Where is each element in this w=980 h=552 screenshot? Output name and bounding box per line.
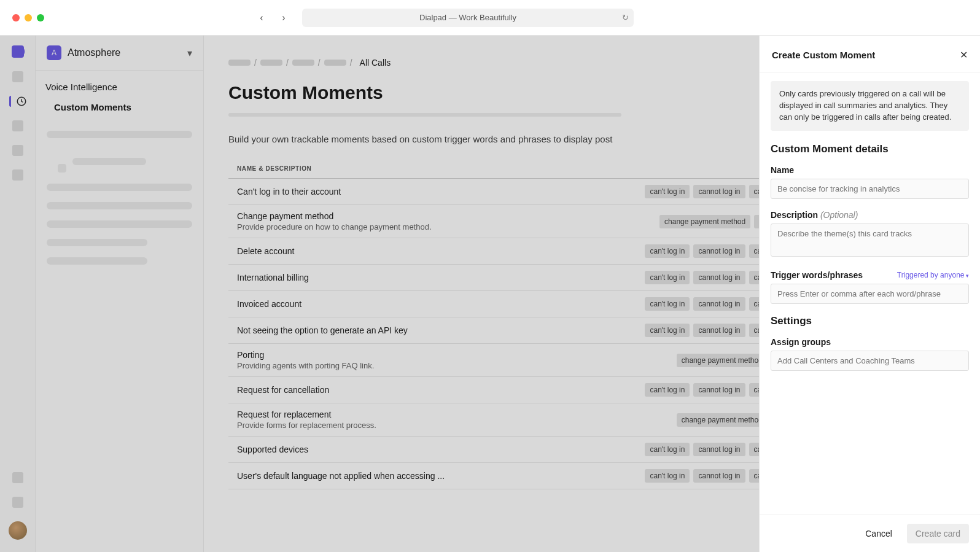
description-label: Description (Optional) <box>771 210 969 220</box>
breadcrumb-current[interactable]: All Calls <box>360 58 391 68</box>
sidebar-section-voice-intelligence[interactable]: Voice Intelligence <box>36 71 203 95</box>
minimize-window-icon[interactable] <box>25 14 32 21</box>
sidebar-placeholder <box>47 202 192 209</box>
traffic-lights <box>12 14 44 21</box>
sidebar-placeholder <box>72 158 146 165</box>
rail-item-5[interactable] <box>12 169 23 181</box>
trigger-tag: cannot log in <box>693 383 745 397</box>
breadcrumb-placeholder <box>228 60 251 66</box>
rail-item-settings[interactable] <box>12 472 23 483</box>
row-name: Request for replacement <box>237 410 521 419</box>
sidebar-placeholder <box>47 239 147 246</box>
row-description: Providing agents with porting FAQ link. <box>237 361 521 370</box>
row-name: Request for cancellation <box>237 385 521 395</box>
nav-back-button[interactable]: ‹ <box>253 9 270 26</box>
trigger-tag: cannot log in <box>693 324 745 337</box>
row-name: Invoiced account <box>237 299 521 309</box>
rail-item-3[interactable] <box>12 120 23 131</box>
cancel-button[interactable]: Cancel <box>857 524 901 543</box>
maximize-window-icon[interactable] <box>37 14 44 21</box>
rail-item-1[interactable] <box>12 71 23 82</box>
workspace-avatar: A <box>47 45 61 60</box>
trigger-tag: cannot log in <box>693 297 745 311</box>
trigger-tag: can't log in <box>645 244 690 258</box>
sidebar-placeholder <box>47 220 192 228</box>
sidebar-placeholder <box>47 257 147 265</box>
trigger-tag: cannot log in <box>693 271 745 284</box>
rail-item-history[interactable] <box>9 96 24 107</box>
sidebar-placeholder-icon <box>58 164 66 173</box>
close-window-icon[interactable] <box>12 14 20 21</box>
nav-rail <box>0 36 36 552</box>
row-name: Change payment method <box>237 211 521 221</box>
trigger-tag: cannot log in <box>693 469 745 483</box>
name-input[interactable] <box>771 179 969 199</box>
create-moment-panel: Create Custom Moment ✕ Only cards previo… <box>759 36 980 552</box>
trigger-tag: change payment method <box>677 354 768 367</box>
details-heading: Custom Moment details <box>771 143 969 155</box>
trigger-tag: can't log in <box>645 324 690 337</box>
nav-forward-button[interactable]: › <box>275 9 292 26</box>
row-name: Supported devices <box>237 445 521 454</box>
rail-item-help[interactable] <box>12 497 23 508</box>
user-avatar[interactable] <box>9 521 27 540</box>
trigger-tag: cannot log in <box>693 244 745 258</box>
trigger-tag: can't log in <box>645 383 690 397</box>
row-name: Not seeing the option to generate an API… <box>237 325 521 335</box>
row-name: International billing <box>237 273 521 282</box>
breadcrumb-placeholder <box>260 60 282 66</box>
sidebar-placeholder <box>47 131 192 138</box>
trigger-tag: can't log in <box>645 271 690 284</box>
panel-title: Create Custom Moment <box>772 50 875 60</box>
row-description: Provide forms for replacement process. <box>237 421 521 430</box>
info-box: Only cards previously triggered on a cal… <box>771 81 969 131</box>
address-bar[interactable]: Dialpad — Work Beautifully ↻ <box>302 9 634 27</box>
trigger-tag: can't log in <box>645 297 690 311</box>
breadcrumb-placeholder <box>324 60 346 66</box>
row-name: User's default language not applied when… <box>237 471 521 481</box>
col-name[interactable]: NAME & DESCRIPTION <box>228 159 529 179</box>
app-logo-icon[interactable] <box>12 45 24 58</box>
title-underline <box>228 113 621 117</box>
rail-item-4[interactable] <box>12 145 23 156</box>
name-label: Name <box>771 165 969 175</box>
trigger-tag: cannot log in <box>693 443 745 456</box>
trigger-tag: can't log in <box>645 443 690 456</box>
trigger-input[interactable] <box>771 284 969 304</box>
sidebar: A Atmosphere ▾ Voice Intelligence Custom… <box>36 36 204 552</box>
trigger-label: Trigger words/phrases <box>771 270 863 280</box>
panel-close-button[interactable]: ✕ <box>960 49 968 61</box>
description-input[interactable] <box>771 224 969 257</box>
workspace-name: Atmosphere <box>68 47 181 58</box>
row-description: Provide procedure on how to change payme… <box>237 222 521 231</box>
settings-heading: Settings <box>771 315 969 327</box>
trigger-filter-dropdown[interactable]: Triggered by anyone <box>897 271 969 279</box>
trigger-tag: can't log in <box>645 469 690 483</box>
groups-label: Assign groups <box>771 337 969 347</box>
trigger-tag: change payment method <box>677 413 768 427</box>
breadcrumb-placeholder <box>292 60 314 66</box>
chevron-down-icon: ▾ <box>187 47 192 59</box>
row-name: Delete account <box>237 246 521 256</box>
row-name: Can't log in to their account <box>237 187 521 196</box>
create-card-button[interactable]: Create card <box>907 524 969 543</box>
trigger-tag: change payment method <box>659 215 750 228</box>
reload-icon[interactable]: ↻ <box>622 13 629 22</box>
titlebar: ‹ › Dialpad — Work Beautifully ↻ <box>0 0 980 36</box>
trigger-tag: can't log in <box>645 185 690 198</box>
row-name: Porting <box>237 350 521 360</box>
sidebar-item-custom-moments[interactable]: Custom Moments <box>36 95 203 120</box>
trigger-tag: cannot log in <box>693 185 745 198</box>
groups-input[interactable] <box>771 351 969 371</box>
sidebar-placeholder <box>47 184 192 191</box>
address-text: Dialpad — Work Beautifully <box>419 13 516 22</box>
workspace-switcher[interactable]: A Atmosphere ▾ <box>36 36 203 70</box>
